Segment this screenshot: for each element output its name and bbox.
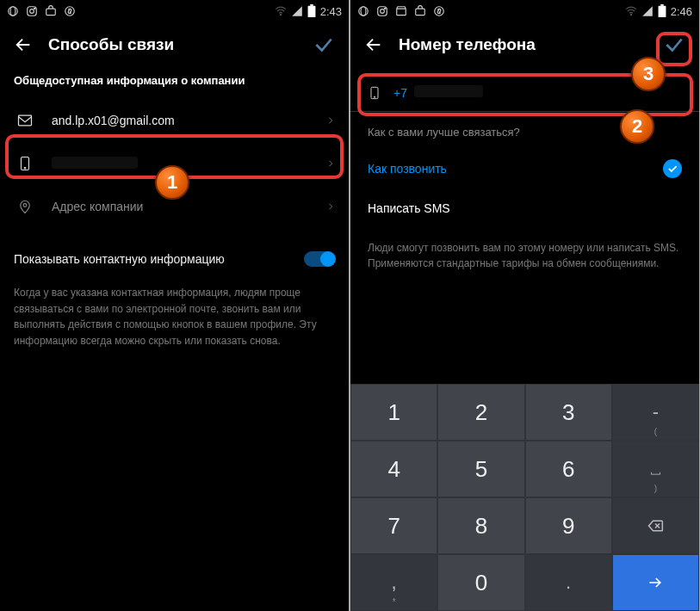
email-row[interactable]: and.lp.x01@gmail.com [0,99,349,142]
back-button[interactable] [361,32,387,58]
shop-icon [395,5,407,17]
key-dash[interactable]: -( [613,385,698,440]
svg-point-12 [24,168,26,170]
email-icon [14,112,36,129]
key-5[interactable]: 5 [438,441,523,497]
country-code[interactable]: +7 [393,86,407,100]
key-2[interactable]: 2 [438,385,523,440]
svg-rect-8 [307,6,315,17]
option-call[interactable]: Как позвонить [350,149,699,188]
key-4[interactable]: 4 [351,441,437,497]
toggle-label: Показывать контактную информацию [14,252,304,266]
confirm-button[interactable] [660,32,689,58]
key-backspace[interactable] [613,498,698,553]
key-9[interactable]: 9 [526,498,611,553]
statusbar: 2:46 [350,0,699,22]
page-title: Номер телефона [399,35,660,54]
svg-point-1 [10,7,15,16]
svg-rect-5 [46,9,56,15]
store-icon [45,5,57,17]
wifi-icon [274,5,288,17]
svg-point-17 [381,9,385,14]
show-contact-toggle[interactable] [304,251,335,267]
check-icon [663,159,682,178]
marker-3: 3 [631,57,666,91]
section-title: Общедоступная информация о компании [0,67,349,99]
phone-input-value[interactable] [414,85,483,101]
shazam-icon [433,5,445,17]
key-3[interactable]: 3 [526,385,611,440]
chevron-right-icon [326,114,335,127]
wifi-icon [624,5,638,17]
instagram-icon [26,5,38,17]
back-button[interactable] [10,32,36,58]
address-placeholder: Адрес компании [52,200,326,213]
svg-rect-23 [658,6,666,17]
svg-point-18 [385,8,386,9]
svg-point-14 [359,7,369,16]
signal-icon [291,5,303,17]
opera-icon [357,5,369,17]
opera-icon [7,5,19,17]
svg-point-4 [34,8,35,9]
marker-2: 2 [620,109,654,144]
svg-rect-10 [19,115,32,126]
svg-point-21 [435,7,444,16]
statusbar: 2:43 [0,0,349,22]
page-title: Способы связи [48,35,309,54]
help-text: Когда у вас указана контактная информаци… [0,281,349,349]
screen-contact-methods: 2:43 Способы связи Общедоступная информа… [0,0,349,611]
key-8[interactable]: 8 [438,498,523,553]
phone-icon [14,155,36,172]
key-comma[interactable]: ,* [351,555,437,610]
marker-1: 1 [155,165,189,200]
battery-icon [307,4,317,18]
svg-rect-9 [310,4,313,6]
svg-point-3 [30,9,34,14]
key-0[interactable]: 0 [438,555,523,610]
screen-phone-number: 2:46 Номер телефона +7 Как с вами лучше … [350,0,699,611]
svg-point-0 [9,7,18,16]
svg-point-7 [280,15,281,15]
svg-rect-19 [397,9,406,15]
info-text: Люди смогут позвонить вам по этому номер… [350,228,699,283]
svg-point-15 [361,7,366,16]
store-icon [414,5,426,17]
instagram-icon [376,5,388,17]
key-period[interactable]: . [526,555,611,610]
email-value: and.lp.x01@gmail.com [52,114,326,127]
key-6[interactable]: 6 [526,441,611,497]
battery-icon [657,4,667,18]
chevron-right-icon [326,157,335,170]
confirm-button[interactable] [309,32,338,58]
chevron-right-icon [326,201,335,213]
key-enter[interactable] [613,555,698,610]
key-7[interactable]: 7 [351,498,437,553]
signal-icon [641,5,654,17]
svg-point-6 [65,7,75,16]
phone-icon [368,84,381,102]
svg-rect-20 [416,9,425,15]
key-space[interactable]: ⎵) [613,441,698,497]
svg-point-13 [23,204,27,207]
numeric-keypad: 1 2 3 -( 4 5 6 ⎵) 7 8 9 ,* 0 . [350,384,699,611]
svg-rect-24 [660,4,664,6]
clock: 2:46 [671,5,692,18]
key-1[interactable]: 1 [351,385,437,440]
show-contact-toggle-row: Показывать контактную информацию [0,237,349,281]
svg-point-26 [374,96,375,97]
svg-point-22 [630,15,631,15]
clock: 2:43 [320,5,342,18]
header: Способы связи [0,22,349,67]
shazam-icon [64,5,76,17]
phone-value [52,157,326,170]
location-icon [14,198,36,215]
option-sms[interactable]: Написать SMS [350,188,699,228]
